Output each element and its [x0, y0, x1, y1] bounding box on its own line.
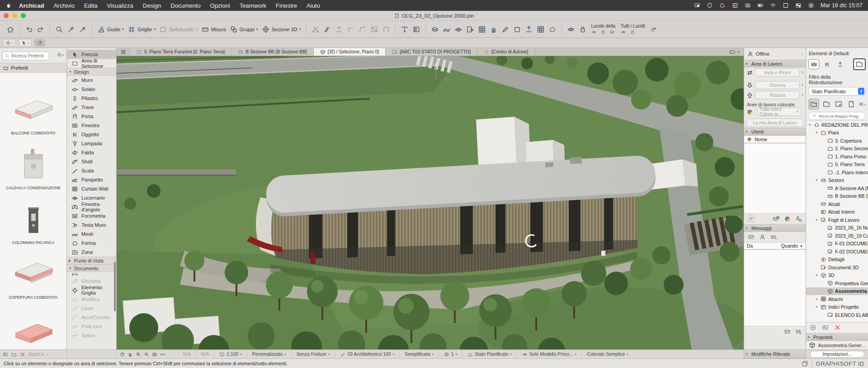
menu-archicad[interactable]: Archicad [19, 2, 44, 9]
tool-arco-cerchio[interactable]: Arco/Cerchio [67, 313, 116, 322]
table-button[interactable] [535, 25, 547, 33]
adjust-tool-button[interactable] [333, 25, 345, 33]
groups-dropdown[interactable]: Gruppi▾ [228, 25, 260, 33]
view-history-icon[interactable] [160, 352, 165, 357]
double-window-button[interactable] [410, 25, 422, 33]
underlay-dropdown[interactable]: Sottolucido▾ [157, 25, 199, 33]
grids-dropdown[interactable]: Griglie▾ [126, 25, 157, 33]
hatch-button[interactable] [453, 25, 464, 33]
column-format-button[interactable] [523, 25, 535, 33]
tree-item-alzati[interactable]: Alzati [806, 200, 868, 208]
toolbox-group-documento[interactable]: ▼Documento [67, 264, 116, 272]
toolbox-group-design[interactable]: ▼Design [67, 68, 116, 76]
favorite-item-copertura-coibentata[interactable]: COPERTURA COIBENTATA [0, 250, 66, 305]
tree-item-documenti-3d[interactable]: Documenti 3D [806, 263, 868, 272]
apply-button[interactable]: Applica [28, 352, 44, 357]
vpn-dot-icon[interactable] [719, 2, 726, 9]
send-receive-chevron[interactable]: ▾ [802, 71, 803, 74]
apply-chevron[interactable]: › [47, 352, 48, 357]
tree-item-dettagli[interactable]: Dettagli [806, 256, 868, 264]
tree-item-redazione-del-progetto[interactable]: ▾REDAZIONE DEL PROGETTO [806, 121, 868, 129]
marquee-options-button[interactable]: › [3, 39, 16, 47]
layer-undo-button[interactable] [649, 26, 659, 33]
status-item-senza-finiture[interactable]: Senza Finiture▾ [291, 350, 335, 358]
wifi-icon[interactable] [770, 2, 776, 9]
status-item-1-100[interactable]: 1:100▾ [214, 350, 246, 358]
toolbox-group-punto-di-vista[interactable]: ▶Punto di Vista [67, 257, 116, 264]
menu-archivio[interactable]: Archivio [54, 2, 75, 9]
eyedropper-button[interactable] [65, 25, 77, 33]
tree-item-f-02-documenti-pr[interactable]: F-02 DOCUMENTI PR [806, 248, 868, 256]
forward-icon[interactable] [795, 328, 802, 335]
tree-item-2023-05-16-nuvola-di[interactable]: 2023_05_16 Nuvola di [806, 224, 868, 232]
favorites-folder-row[interactable]: Preferiti [0, 63, 66, 72]
tool-testa-muro[interactable]: Testa Muro [67, 220, 116, 229]
pick-up-parameters-button[interactable] [53, 25, 65, 33]
fill-button[interactable] [511, 25, 523, 33]
status-item-solo-modello-princi-[interactable]: Solo Modello Princi...▾ [517, 350, 581, 358]
tool-linea[interactable]: Linea [67, 304, 116, 313]
quad-view-button[interactable] [117, 48, 130, 56]
layers-button[interactable] [429, 25, 441, 33]
3d-section-dropdown[interactable]: Sezione 3D▾ [260, 25, 303, 33]
eu-input-icon[interactable]: EU [732, 2, 738, 9]
navigator-menu-button[interactable]: › [859, 101, 866, 107]
orbit-mode-button[interactable] [34, 39, 45, 47]
menu-teamwork[interactable]: Teamwork [240, 2, 266, 9]
favorites-search[interactable] [2, 52, 49, 60]
tree-item-1-piano-primo[interactable]: 1. Piano Primo [806, 153, 868, 161]
favorite-folder-icon[interactable] [11, 352, 17, 357]
view-tab-0-piano-terra-funzioni-0-piano[interactable]: 0. Piano Terra Funzioni [0. Piano Terra] [130, 48, 231, 56]
tool-pilastro[interactable]: Pilastro [67, 94, 116, 103]
user-colors-icon[interactable] [784, 215, 791, 222]
tool-solaio[interactable]: Solaio [67, 85, 116, 94]
messages-section-header[interactable]: ▾Messaggi [744, 224, 806, 232]
cloud-menu-button[interactable]: ▾ [725, 48, 744, 56]
display-icon[interactable] [694, 2, 700, 9]
tree-item-prospettiva-generica[interactable]: Prospettiva Generica [806, 279, 868, 287]
tree-item-alzati-interni[interactable]: Alzati Interni [806, 208, 868, 216]
graphisoft-id-button[interactable]: GRAPHISOFT ID [802, 360, 864, 367]
tool-finestra-d-angolo[interactable]: Finestra-d'angolo [67, 202, 116, 211]
tool-trave[interactable]: Trave [67, 103, 116, 112]
delete-view-icon[interactable] [834, 324, 841, 331]
split-tool-button[interactable] [310, 25, 321, 33]
tree-item-0-piano-terra[interactable]: 0. Piano Terra [806, 161, 868, 169]
tool-forometria[interactable]: Forometria [67, 211, 116, 220]
search-icon[interactable] [783, 2, 789, 9]
tree-item-f-01-documenti-cat[interactable]: F-01 DOCUMENTI CAT [806, 240, 868, 248]
tree-item-b-sezione-bb-modello[interactable]: B Sezione BB (Modello [806, 192, 868, 201]
tree-item-assonometria-generica[interactable]: Assonometria Generica [806, 287, 868, 296]
properties-section-header[interactable]: ▾Proprietà [806, 333, 868, 341]
control-center-icon[interactable] [795, 2, 802, 9]
guides-dropdown[interactable]: Guide▾ [95, 25, 126, 33]
tool-etichetta[interactable]: Etichetta [67, 277, 116, 286]
favorite-item-balcone-coibentato[interactable]: BALCONE COIBENTATO [0, 86, 66, 141]
texture-button[interactable] [476, 25, 488, 33]
inject-parameters-button[interactable] [77, 25, 89, 33]
menu-edita[interactable]: Edita [84, 2, 98, 9]
link-button[interactable] [547, 25, 558, 33]
status-item-colorato-semplice[interactable]: Colorato Semplice▾ [581, 350, 633, 358]
tree-item-indici-progetto[interactable]: ▾Indici Progetto [806, 303, 868, 311]
orbit-icon[interactable] [119, 352, 125, 357]
assistant-icon[interactable] [808, 2, 814, 9]
tree-item-3-copertura[interactable]: 3. Copertura [806, 137, 868, 145]
measure-button[interactable]: Misura [199, 25, 228, 33]
tree-item-3d[interactable]: ▾3D [806, 272, 868, 280]
teamwork-status-row[interactable]: Offline › [744, 48, 806, 60]
favorite-item[interactable] [0, 305, 66, 349]
tool-falda[interactable]: Falda [67, 148, 116, 157]
colored-workspaces-select[interactable]: Tutto con il Colore or...⇕ [757, 108, 801, 116]
publisher-button[interactable] [846, 99, 857, 110]
tool-finestra[interactable]: Finestra [67, 121, 116, 130]
save-favorite-icon[interactable] [3, 352, 8, 357]
home-button[interactable] [5, 25, 16, 33]
project-map-button[interactable] [808, 99, 819, 110]
menu-visualizza[interactable]: Visualizza [107, 2, 133, 9]
user-export-icon[interactable] [795, 215, 802, 222]
tool-lucernario[interactable]: Lucernario [67, 193, 116, 202]
workspace-section-header[interactable]: ▾Area di Lavoro [744, 60, 806, 67]
new-message-icon[interactable] [773, 215, 779, 222]
tool-zona[interactable]: Zona [67, 248, 116, 257]
